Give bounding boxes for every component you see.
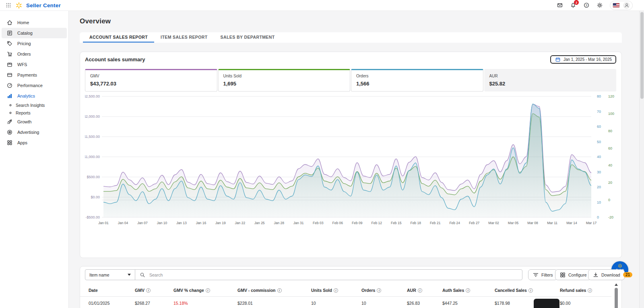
table-header-row: DateGMViGMV % changeiGMV - commissioniUn… xyxy=(80,284,611,297)
column-header-gmv[interactable]: GMVi xyxy=(135,288,173,293)
cell-gmv: $268.27 xyxy=(135,301,173,306)
column-header-units-sold[interactable]: Units Soldi xyxy=(311,288,361,293)
metric-tile-aur[interactable]: AUR$25.82 xyxy=(484,69,617,92)
configure-grid-icon xyxy=(559,272,566,278)
column-label: GMV % change xyxy=(173,288,204,293)
cell-refund-sales: $0.00 xyxy=(560,301,611,306)
metric-tile-units-sold[interactable]: Units Sold1,695 xyxy=(218,69,351,92)
sidebar-item-growth[interactable]: Growth xyxy=(2,117,67,127)
download-button[interactable]: Download xyxy=(588,269,625,280)
sidebar-item-label: Home xyxy=(17,20,29,25)
scroll-up-arrow-icon[interactable] xyxy=(615,283,618,286)
sidebar: HomeCatalogPricingOrdersWFSPaymentsPerfo… xyxy=(0,11,69,308)
info-icon[interactable]: i xyxy=(418,288,422,293)
info-icon[interactable]: i xyxy=(588,288,592,293)
sidebar-item-apps[interactable]: Apps xyxy=(2,137,67,148)
wfs-icon xyxy=(6,61,13,68)
sidebar-item-payments[interactable]: Payments xyxy=(2,70,67,80)
column-header-auth-sales[interactable]: Auth Salesi xyxy=(442,288,495,293)
sidebar-item-label: WFS xyxy=(17,62,27,67)
svg-text:Jan 04: Jan 04 xyxy=(118,221,128,225)
sidebar-item-analytics[interactable]: Analytics xyxy=(2,91,67,101)
main-content: Overview ACCOUNT SALES REPORTITEM SALES … xyxy=(69,11,639,308)
column-header-date[interactable]: Date xyxy=(89,288,135,293)
app-launcher-icon[interactable] xyxy=(5,2,12,8)
svg-text:Mar 14: Mar 14 xyxy=(566,221,577,225)
brand-title: Seller Center xyxy=(26,2,61,8)
page-scrollbar-thumb[interactable] xyxy=(640,12,644,99)
sidebar-subitem-reports[interactable]: Reports xyxy=(2,109,67,117)
sidebar-item-orders[interactable]: Orders xyxy=(2,49,67,59)
sidebar-item-wfs[interactable]: WFS xyxy=(2,59,67,70)
svg-text:70: 70 xyxy=(597,110,601,114)
svg-text:40: 40 xyxy=(597,155,601,159)
sidebar-item-home[interactable]: Home xyxy=(2,17,67,28)
svg-text:$1,000.00: $1,000.00 xyxy=(85,155,100,159)
configure-button[interactable]: Configure xyxy=(555,269,591,280)
account-avatar[interactable] xyxy=(623,2,630,9)
tab-account-sales-report[interactable]: ACCOUNT SALES REPORT xyxy=(83,32,154,43)
info-icon[interactable]: i xyxy=(277,288,282,293)
orders-icon xyxy=(6,51,13,57)
tab-sales-by-department[interactable]: SALES BY DEPARTMENT xyxy=(214,32,281,43)
table-scrollbar-thumb[interactable] xyxy=(615,288,618,308)
info-icon[interactable]: i xyxy=(206,288,210,293)
mail-icon[interactable] xyxy=(557,2,563,8)
metric-tile-orders[interactable]: Orders1,566 xyxy=(351,69,483,92)
table-row[interactable]: 01/01/2025$268.2715.18%$228.011010$26.83… xyxy=(80,297,611,308)
search-field-select[interactable]: Item name xyxy=(85,270,135,280)
tooltip-pill xyxy=(534,299,559,308)
bullet-icon xyxy=(7,110,12,116)
sidebar-subitem-search-insights[interactable]: Search Insights xyxy=(2,101,67,109)
column-header-cancelled-sales[interactable]: Cancelled Salesi xyxy=(495,288,560,293)
metric-value: 1,695 xyxy=(223,81,345,87)
info-icon[interactable]: i xyxy=(377,288,381,293)
column-header-refund-sales[interactable]: Refund salesi xyxy=(560,288,611,293)
svg-text:40: 40 xyxy=(608,163,612,167)
sidebar-item-label: Catalog xyxy=(17,31,33,35)
column-header-gmv-change[interactable]: GMV % changei xyxy=(173,288,237,293)
notifications-bell-icon[interactable]: 2 xyxy=(570,2,576,8)
quick-learn-badge[interactable]: 21 xyxy=(623,272,632,277)
svg-text:60: 60 xyxy=(608,146,612,150)
info-icon[interactable]: i xyxy=(146,288,151,293)
svg-text:20: 20 xyxy=(597,185,601,189)
settings-gear-icon[interactable] xyxy=(597,2,603,8)
metric-label: GMV xyxy=(90,74,212,78)
metric-value: $43,772.03 xyxy=(90,81,212,87)
column-header-orders[interactable]: Ordersi xyxy=(361,288,407,293)
sidebar-item-catalog[interactable]: Catalog xyxy=(2,28,67,38)
info-icon[interactable]: i xyxy=(528,288,533,293)
sidebar-item-performance[interactable]: Performance xyxy=(2,80,67,91)
page-scrollbar[interactable] xyxy=(639,11,644,308)
metric-tile-gmv[interactable]: GMV$43,772.03 xyxy=(85,69,217,92)
configure-label: Configure xyxy=(568,273,587,277)
payments-icon xyxy=(6,72,13,78)
locale-flag-icon[interactable] xyxy=(613,3,620,8)
advertising-icon xyxy=(6,129,13,135)
filters-button[interactable]: Filters xyxy=(528,269,557,280)
svg-text:Feb 24: Feb 24 xyxy=(449,221,460,225)
column-header-aur[interactable]: AURi xyxy=(407,288,442,293)
sidebar-subitem-label: Search Insights xyxy=(16,103,45,108)
help-icon[interactable]: ? xyxy=(583,2,590,8)
account-pill[interactable] xyxy=(610,1,633,10)
table-scrollbar[interactable] xyxy=(614,283,618,308)
cell-aur: $26.83 xyxy=(407,301,442,306)
info-icon[interactable]: i xyxy=(334,288,338,293)
growth-icon xyxy=(6,119,13,125)
sidebar-item-advertising[interactable]: Advertising xyxy=(2,127,67,137)
search-input[interactable] xyxy=(149,272,518,278)
svg-text:Feb 18: Feb 18 xyxy=(410,221,421,225)
seller-center-app: Seller Center 2 ? HomeCatalogPricingOrde… xyxy=(0,0,644,308)
cell-gmv-commission: $228.01 xyxy=(237,301,311,306)
info-icon[interactable]: i xyxy=(466,288,470,293)
svg-text:50: 50 xyxy=(597,140,601,144)
date-range-button[interactable]: Jan 1, 2025 - Mar 16, 2025 xyxy=(550,55,616,64)
sales-table-card: Item name Filters Configure xyxy=(80,266,622,308)
topbar: Seller Center 2 ? xyxy=(0,0,644,11)
tab-item-sales-report[interactable]: ITEM SALES REPORT xyxy=(154,32,214,43)
sidebar-item-pricing[interactable]: Pricing xyxy=(2,38,67,49)
filters-label: Filters xyxy=(541,273,553,277)
column-header-gmv-commission[interactable]: GMV - commissioni xyxy=(237,288,311,293)
